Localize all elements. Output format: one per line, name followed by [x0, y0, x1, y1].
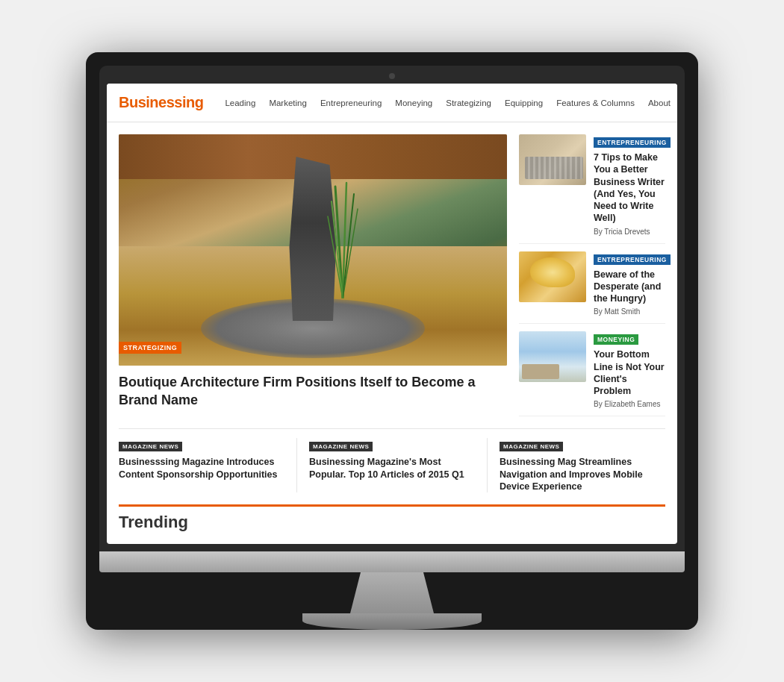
bottom-article-title-3[interactable]: Businessing Mag Streamlines Navigation a… [500, 456, 665, 492]
monitor-bottom [99, 551, 685, 572]
sidebar-article-body-1: ENTREPRENEURING 7 Tips to Make You a Bet… [594, 134, 671, 236]
article-byline-1: By Tricia Drevets [594, 228, 671, 236]
bottom-article-title-2[interactable]: Businessing Magazine's Most Popular. Top… [309, 456, 475, 481]
logo-text-orange: ing [182, 94, 204, 110]
hero-grass-svg [320, 179, 365, 298]
site-wrapper: Businessing Leading Marketing Entreprene… [107, 84, 677, 544]
byline-author-3[interactable]: Elizabeth Eames [604, 400, 660, 408]
sidebar-article-1[interactable]: ENTREPRENEURING 7 Tips to Make You a Bet… [519, 134, 665, 244]
bottom-article-title-1[interactable]: Businesssing Magazine Introduces Content… [119, 456, 284, 481]
byline-author-1[interactable]: Tricia Drevets [604, 228, 650, 236]
nav-item-leading[interactable]: Leading [218, 98, 262, 107]
hero-title[interactable]: Boutique Architecture Firm Positions Its… [119, 373, 507, 410]
monitor-camera [389, 73, 395, 79]
sidebar-article-body-2: ENTREPRENEURING Beware of the Desperate … [594, 251, 671, 316]
magazine-badge-2: MAGAZINE NEWS [309, 442, 373, 451]
byline-author-2[interactable]: Matt Smith [604, 307, 640, 316]
monitor-bezel: Businessing Leading Marketing Entreprene… [99, 66, 685, 551]
sidebar-article-body-3: MONEYING Your Bottom Line is Not Your Cl… [594, 331, 665, 408]
article-title-3[interactable]: Your Bottom Line is Not Your Client's Pr… [594, 348, 665, 397]
main-nav: Leading Marketing Entrepreneuring Moneyi… [218, 98, 677, 107]
sidebar-article-2[interactable]: ENTREPRENEURING Beware of the Desperate … [519, 244, 665, 325]
sidebar-articles: ENTREPRENEURING 7 Tips to Make You a Bet… [519, 134, 665, 416]
bottom-article-3[interactable]: MAGAZINE NEWS Businessing Mag Streamline… [488, 438, 665, 492]
bottom-articles-row: MAGAZINE NEWS Businesssing Magazine Intr… [119, 428, 665, 492]
nav-item-moneying[interactable]: Moneying [388, 98, 439, 107]
bottom-article-1[interactable]: MAGAZINE NEWS Businesssing Magazine Intr… [119, 438, 297, 492]
monitor: Businessing Leading Marketing Entreprene… [86, 52, 698, 630]
nav-item-strategizing[interactable]: Strategizing [439, 98, 498, 107]
article-byline-2: By Matt Smith [594, 307, 671, 316]
hero-image: STRATEGIZING [119, 134, 507, 366]
article-category-3[interactable]: MONEYING [594, 334, 638, 345]
article-title-1[interactable]: 7 Tips to Make You a Better Business Wri… [594, 151, 671, 225]
nav-item-marketing[interactable]: Marketing [262, 98, 314, 107]
nav-item-features[interactable]: Features & Columns [550, 98, 641, 107]
hero-row: STRATEGIZING Boutique Architecture Firm … [119, 134, 665, 416]
byline-prefix-2: By [594, 307, 603, 316]
sidebar-thumb-1 [519, 134, 586, 185]
logo-text-black: Business [119, 94, 182, 110]
site-header: Businessing Leading Marketing Entreprene… [107, 84, 677, 122]
hero-article[interactable]: STRATEGIZING Boutique Architecture Firm … [119, 134, 507, 416]
sidebar-thumb-2 [519, 251, 586, 302]
article-category-1[interactable]: ENTREPRENEURING [594, 137, 671, 148]
thumb-room-image [519, 331, 586, 382]
byline-prefix-3: By [594, 400, 603, 408]
monitor-screen: Businessing Leading Marketing Entreprene… [107, 84, 677, 544]
magazine-badge-1: MAGAZINE NEWS [119, 442, 182, 451]
monitor-stand-neck [340, 572, 444, 613]
nav-item-equipping[interactable]: Equipping [498, 98, 550, 107]
bottom-article-2[interactable]: MAGAZINE NEWS Businessing Magazine's Mos… [297, 438, 488, 492]
trending-section: Trending [119, 504, 665, 532]
site-logo[interactable]: Businessing [119, 94, 203, 111]
article-title-2[interactable]: Beware of the Desperate (and the Hungry) [594, 269, 671, 305]
nav-item-about[interactable]: About [641, 98, 677, 107]
article-byline-3: By Elizabeth Eames [594, 400, 665, 408]
sidebar-article-3[interactable]: MONEYING Your Bottom Line is Not Your Cl… [519, 324, 665, 416]
site-main: STRATEGIZING Boutique Architecture Firm … [107, 122, 677, 544]
thumb-keyboard-image [519, 134, 586, 185]
monitor-stand-base [302, 613, 482, 630]
byline-prefix-1: By [594, 228, 603, 236]
hero-category-badge[interactable]: STRATEGIZING [119, 342, 181, 354]
sidebar-thumb-3 [519, 331, 586, 382]
article-category-2[interactable]: ENTREPRENEURING [594, 254, 671, 265]
trending-label: Trending [119, 513, 665, 532]
magazine-badge-3: MAGAZINE NEWS [500, 442, 563, 451]
nav-item-entrepreneuring[interactable]: Entrepreneuring [314, 98, 388, 107]
thumb-food-image [519, 251, 586, 302]
